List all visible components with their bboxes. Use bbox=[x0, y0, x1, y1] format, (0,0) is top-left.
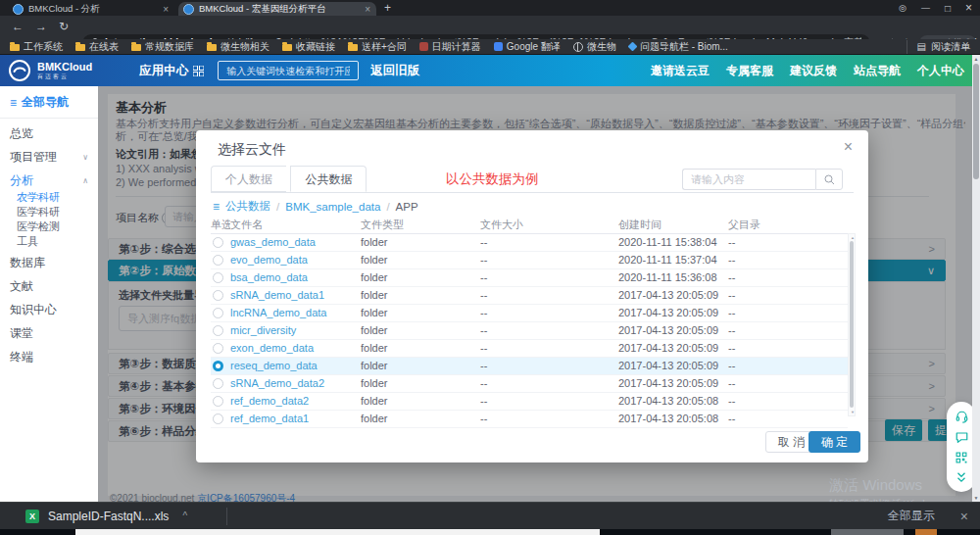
window-minimize-button[interactable]: — bbox=[921, 3, 930, 13]
bookmark-microbio-related[interactable]: 微生物相关 bbox=[207, 40, 270, 54]
sidebar-item-knowledge-center[interactable]: 知识中心 bbox=[0, 302, 98, 318]
app-search-input[interactable] bbox=[224, 65, 352, 77]
radio-button[interactable] bbox=[213, 325, 223, 336]
bookmark-sampling-contract[interactable]: 送样+合同 bbox=[348, 40, 407, 54]
sidebar-header[interactable]: ≡ 全部导航 bbox=[0, 86, 98, 119]
scroll-down-icon[interactable]: ▼ bbox=[849, 410, 857, 414]
sidebar-item-project-management[interactable]: 项目管理∨ bbox=[0, 149, 98, 166]
search-button[interactable] bbox=[815, 169, 843, 190]
confirm-button[interactable]: 确 定 bbox=[808, 431, 860, 453]
tab-close-icon[interactable]: × bbox=[365, 4, 370, 15]
radio-button[interactable] bbox=[213, 255, 223, 266]
bookmark-microbio[interactable]: 微生物 bbox=[573, 40, 616, 54]
file-name-link[interactable]: ref_demo_data1 bbox=[230, 411, 361, 427]
headset-icon[interactable] bbox=[955, 410, 969, 424]
scroll-up-icon[interactable]: ▲ bbox=[972, 56, 980, 62]
sidebar-item-agri-research[interactable]: 农学科研 bbox=[0, 191, 98, 204]
bookmark-online-sheet[interactable]: 在线表 bbox=[75, 40, 119, 54]
file-name-link[interactable]: exon_demo_data bbox=[230, 340, 361, 357]
tab-public-data[interactable]: 公共数据 bbox=[290, 166, 367, 192]
window-maximize-button[interactable]: □ bbox=[945, 3, 951, 14]
radio-button[interactable] bbox=[213, 378, 223, 389]
radio-button[interactable] bbox=[213, 308, 223, 318]
dialog-close-icon[interactable]: × bbox=[844, 138, 853, 156]
bookmark-favorite-links[interactable]: 收藏链接 bbox=[282, 40, 335, 54]
taskbar-app-icon[interactable] bbox=[915, 529, 937, 535]
back-icon[interactable]: ← bbox=[12, 20, 24, 33]
tab-close-icon[interactable]: × bbox=[163, 4, 169, 15]
tab-personal-data[interactable]: 个人数据 bbox=[211, 166, 286, 192]
table-row[interactable]: ref_demo_data1folder--2017-04-13 20:05:0… bbox=[211, 411, 848, 428]
sidebar-item-medical-research[interactable]: 医学科研 bbox=[0, 206, 98, 219]
table-row[interactable]: micr_diversityfolder--2017-04-13 20:05:0… bbox=[211, 322, 848, 340]
sidebar-item-medical-testing[interactable]: 医学检测 bbox=[0, 220, 98, 233]
bookmark-google-translate[interactable]: Google 翻译 bbox=[494, 40, 561, 54]
reload-icon[interactable]: ↻ bbox=[59, 20, 69, 33]
table-row[interactable]: sRNA_demo_data1folder--2017-04-13 20:05:… bbox=[211, 287, 848, 305]
file-name-link[interactable]: ref_demo_data2 bbox=[230, 393, 361, 410]
bookmark-question-nav[interactable]: 问题导航栏 - Biom... bbox=[629, 40, 728, 54]
browser-tab-1[interactable]: BMKCloud - 分析 × bbox=[8, 2, 174, 16]
topnav-link-feedback[interactable]: 建议反馈 bbox=[790, 63, 837, 79]
taskbar-search-box[interactable] bbox=[75, 529, 600, 535]
double-chevron-down-icon[interactable] bbox=[955, 470, 968, 484]
bmkcloud-logo[interactable]: BMKCloud 百迈客云 bbox=[8, 59, 92, 82]
breadcrumb-bmk-sample-data[interactable]: BMK_sample_data bbox=[285, 201, 380, 213]
table-row[interactable]: exon_demo_datafolder--2017-04-13 20:05:0… bbox=[211, 340, 848, 358]
file-name-link[interactable]: gwas_demo_data bbox=[230, 234, 361, 251]
browser-scrollbar[interactable]: ▲ ▼ bbox=[972, 55, 980, 502]
file-search-input[interactable] bbox=[682, 169, 815, 190]
reading-list-button[interactable]: ▤ 阅读清单 bbox=[906, 40, 970, 54]
radio-button[interactable] bbox=[213, 272, 223, 283]
bookmark-date-calculator[interactable]: 日期计算器 bbox=[419, 40, 481, 54]
scrollbar-thumb[interactable] bbox=[973, 64, 979, 179]
topnav-link-personal-center[interactable]: 个人中心 bbox=[917, 63, 964, 79]
forward-icon[interactable]: → bbox=[35, 20, 47, 33]
bookmark-work-system[interactable]: 工作系统 bbox=[10, 40, 63, 54]
topnav-link-invite[interactable]: 邀请送云豆 bbox=[651, 63, 710, 79]
file-name-link[interactable]: micr_diversity bbox=[230, 322, 361, 339]
downloaded-file-name[interactable]: SampleID-FastqN....xls bbox=[48, 510, 169, 523]
file-name-link[interactable]: reseq_demo_data bbox=[230, 358, 361, 374]
sidebar-item-classroom[interactable]: 课堂 bbox=[0, 325, 98, 342]
file-name-link[interactable]: bsa_demo_data bbox=[230, 269, 361, 286]
taskbar-app-window[interactable] bbox=[831, 529, 904, 535]
breadcrumb-public-data[interactable]: 公共数据 bbox=[225, 199, 270, 214]
table-scrollbar[interactable]: ▲ ▼ bbox=[848, 233, 856, 416]
sidebar-item-tools[interactable]: 工具 bbox=[0, 235, 98, 248]
browser-profile-icon[interactable]: ◎ bbox=[899, 3, 906, 13]
table-row[interactable]: evo_demo_datafolder--2020-11-11 15:37:04… bbox=[211, 252, 848, 269]
radio-button[interactable] bbox=[213, 290, 223, 301]
app-center-button[interactable]: 应用中心 bbox=[139, 63, 204, 79]
bookmark-common-databases[interactable]: 常规数据库 bbox=[131, 40, 194, 54]
file-name-link[interactable]: lncRNA_demo_data bbox=[230, 305, 361, 321]
table-row[interactable]: gwas_demo_datafolder--2020-11-11 15:38:0… bbox=[211, 234, 848, 252]
radio-button[interactable] bbox=[213, 413, 223, 424]
sidebar-item-literature[interactable]: 文献 bbox=[0, 278, 98, 295]
table-row[interactable]: lncRNA_demo_datafolder--2017-04-13 20:05… bbox=[211, 305, 848, 322]
windows-taskbar[interactable] bbox=[0, 529, 980, 535]
chat-icon[interactable] bbox=[955, 430, 969, 445]
topnav-link-site-nav[interactable]: 站点导航 bbox=[854, 63, 901, 79]
sidebar-item-analysis[interactable]: 分析∧ bbox=[0, 172, 98, 189]
app-search-box[interactable] bbox=[218, 61, 359, 80]
radio-button[interactable] bbox=[213, 396, 223, 407]
qr-code-icon[interactable] bbox=[955, 451, 968, 464]
radio-button[interactable] bbox=[213, 343, 223, 354]
file-name-link[interactable]: sRNA_demo_data2 bbox=[230, 375, 361, 392]
table-row[interactable]: bsa_demo_datafolder--2020-11-11 15:36:08… bbox=[211, 269, 848, 287]
scroll-up-icon[interactable]: ▲ bbox=[849, 235, 857, 240]
radio-button[interactable] bbox=[213, 361, 223, 371]
table-row[interactable]: ref_demo_data2folder--2017-04-13 20:05:0… bbox=[211, 393, 848, 411]
scroll-down-icon[interactable]: ▼ bbox=[972, 495, 980, 501]
download-shelf-close-icon[interactable]: × bbox=[960, 509, 968, 524]
window-close-button[interactable]: × bbox=[965, 1, 972, 15]
file-name-link[interactable]: evo_demo_data bbox=[230, 252, 361, 268]
file-name-link[interactable]: sRNA_demo_data1 bbox=[230, 287, 361, 304]
table-row[interactable]: reseq_demo_datafolder--2017-04-13 20:05:… bbox=[211, 358, 848, 375]
show-all-downloads-button[interactable]: 全部显示 bbox=[888, 508, 935, 524]
download-options-caret-icon[interactable]: ^ bbox=[182, 511, 187, 521]
sidebar-item-overview[interactable]: 总览 bbox=[0, 125, 98, 142]
back-to-old-version-link[interactable]: 返回旧版 bbox=[370, 63, 419, 79]
table-row[interactable]: sRNA_demo_data2folder--2017-04-13 20:05:… bbox=[211, 375, 848, 393]
